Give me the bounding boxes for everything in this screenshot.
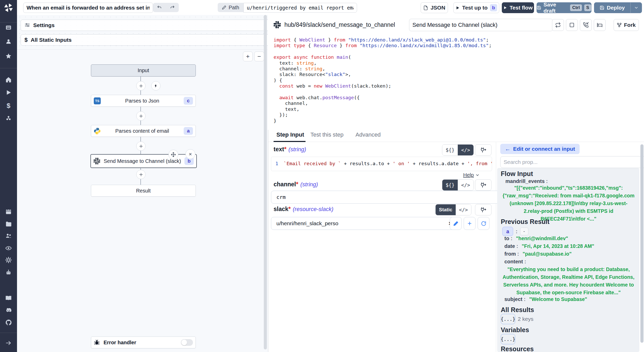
search-prop-input[interactable] <box>500 156 644 168</box>
sidebar-expand-button[interactable] <box>0 340 17 346</box>
prop-row-to[interactable]: to"henri@windmill.dev" <box>504 236 568 241</box>
windmill-logo[interactable] <box>0 3 17 12</box>
channel-input[interactable]: crm <box>271 191 502 204</box>
flow-graph-panel: Settings $ All Static Inputs + − Input T… <box>17 15 268 352</box>
prop-row-from[interactable]: from"paul@supabase.io" <box>504 251 572 257</box>
flow-panel-scrollbar[interactable] <box>264 15 267 349</box>
add-step-button[interactable] <box>136 111 146 121</box>
refresh-resource-button[interactable] <box>478 217 489 230</box>
field-label-text: text*(string) <box>274 146 306 153</box>
all-static-inputs-button[interactable]: $ All Static Inputs <box>21 34 272 46</box>
flow-settings-button[interactable]: Settings <box>21 20 272 31</box>
play-icon <box>5 89 12 96</box>
flow-node-input[interactable]: Input <box>91 64 196 77</box>
slack-resource-input[interactable]: u/henri/henri_slack_perso × <box>271 217 457 230</box>
javascript-mode-button[interactable]: </> <box>458 180 473 190</box>
sidebar-item-folders[interactable] <box>0 221 17 227</box>
sidebar-item-audit-logs[interactable] <box>0 245 17 252</box>
add-trigger-button[interactable] <box>151 81 160 90</box>
sidebar-item-runs[interactable] <box>0 89 17 96</box>
result-a-badge[interactable]: a <box>502 227 513 236</box>
prop-row-date[interactable]: date"Fri, Apr 14, 2023 at 10:28 AM" <box>504 243 594 249</box>
flow-node-send-message-selected[interactable]: Send Message to Channel (slack) b <box>90 154 197 168</box>
flow-input-title: Flow Input <box>501 170 533 178</box>
tab-step-input[interactable]: Step Input <box>276 131 304 138</box>
test-flow-button[interactable]: Test flow <box>502 2 534 13</box>
code-editor[interactable]: import { WebClient } from "https://deno.… <box>268 35 644 130</box>
sleep-button[interactable] <box>594 19 606 31</box>
sidebar-item-schedules[interactable] <box>0 208 17 215</box>
text-expression-editor[interactable]: 1 `Email received by ` + results.a.to + … <box>271 157 492 171</box>
flow-node-result[interactable]: Result <box>91 185 196 197</box>
step-name-input[interactable] <box>409 19 553 31</box>
undo-button[interactable] <box>153 5 166 10</box>
tab-advanced[interactable]: Advanced <box>355 131 381 138</box>
plus-icon: + <box>468 220 472 228</box>
sidebar-item-workers[interactable] <box>0 269 17 276</box>
suspend-button[interactable] <box>580 19 592 31</box>
add-step-button[interactable] <box>136 81 146 90</box>
javascript-mode-button[interactable]: </> <box>458 145 473 155</box>
connect-input-button[interactable] <box>475 144 492 156</box>
sidebar-item-discord[interactable] <box>0 307 17 314</box>
delete-step-button[interactable]: × <box>185 149 195 159</box>
prop-content-value[interactable]: "Everything you need to build a product:… <box>501 265 636 296</box>
add-step-button[interactable] <box>136 170 146 179</box>
sidebar-item-docs[interactable] <box>0 295 17 301</box>
git-fork-icon <box>617 22 622 28</box>
sidebar-item-home[interactable] <box>0 76 17 83</box>
all-results-expand-button[interactable]: {...} <box>501 314 515 324</box>
flow-input-value[interactable]: "[{"event":"inbound","ts":1683819426,"ms… <box>501 184 636 223</box>
javascript-mode-button[interactable]: </> <box>456 204 471 215</box>
sidebar-item-favorites[interactable] <box>0 53 17 60</box>
edit-resource-button[interactable] <box>450 217 462 230</box>
sidebar-item-github[interactable] <box>0 319 17 326</box>
right-panel-scrollbar[interactable] <box>640 144 643 343</box>
path-button[interactable]: Path <box>218 3 243 12</box>
flow-input-key[interactable]: mandrill_events <box>505 178 548 184</box>
deploy-button[interactable]: Deploy <box>594 2 642 13</box>
sidebar-item-user[interactable] <box>0 38 17 45</box>
early-stop-button[interactable] <box>566 19 578 31</box>
json-button[interactable]: JSON <box>421 2 448 13</box>
save-draft-button[interactable]: Save draft Ctrl S <box>537 2 591 13</box>
retries-button[interactable] <box>552 19 564 31</box>
error-handler-node[interactable]: Error handler <box>91 337 196 348</box>
path-input[interactable] <box>243 3 357 13</box>
sidebar-item-variables[interactable]: $ <box>0 102 17 110</box>
channel-mode-toggle: ${} </> <box>442 179 474 191</box>
deploy-dropdown-button[interactable] <box>631 5 642 10</box>
sidebar-item-settings[interactable] <box>0 257 17 263</box>
redo-button[interactable] <box>166 5 179 10</box>
connect-input-button[interactable] <box>475 204 492 215</box>
plug-arrow-icon <box>480 207 486 213</box>
template-mode-button[interactable]: ${} <box>442 145 458 155</box>
flow-title-input[interactable] <box>23 3 153 13</box>
sidebar-item-groups[interactable] <box>0 232 17 239</box>
template-mode-button[interactable]: ${} <box>442 180 458 190</box>
python-icon <box>94 128 101 135</box>
zoom-out-button[interactable]: − <box>254 52 264 61</box>
save-icon <box>537 5 541 10</box>
add-step-button[interactable] <box>136 141 146 151</box>
test-up-to-button[interactable]: Test up to b <box>453 2 499 13</box>
pencil-icon <box>222 5 226 10</box>
static-mode-button[interactable]: Static <box>436 204 456 215</box>
zoom-in-button[interactable]: + <box>243 52 253 61</box>
collapse-button[interactable]: - <box>520 228 528 235</box>
variables-expand-button[interactable]: {...} <box>501 334 515 344</box>
connect-input-button[interactable] <box>475 179 492 191</box>
flow-node-parses-to-json[interactable]: TS Parses to Json c <box>91 95 196 107</box>
edit-or-connect-button[interactable]: ← Edit or connect an input <box>500 144 580 154</box>
fork-button[interactable]: Fork <box>614 19 639 31</box>
tab-test-this-step[interactable]: Test this step <box>310 131 343 138</box>
help-link[interactable]: Help <box>463 172 480 178</box>
add-resource-button[interactable]: + <box>464 217 476 230</box>
move-step-button[interactable] <box>168 150 178 160</box>
sidebar-item-resources[interactable] <box>0 115 17 122</box>
error-handler-toggle[interactable] <box>181 339 193 346</box>
prop-row-content[interactable]: content <box>504 259 526 265</box>
prop-row-subject[interactable]: subject"Welcome to Supabase" <box>504 296 587 302</box>
sidebar-item-apps[interactable] <box>0 24 17 31</box>
flow-node-parses-content[interactable]: Parses content of email a <box>91 125 196 137</box>
